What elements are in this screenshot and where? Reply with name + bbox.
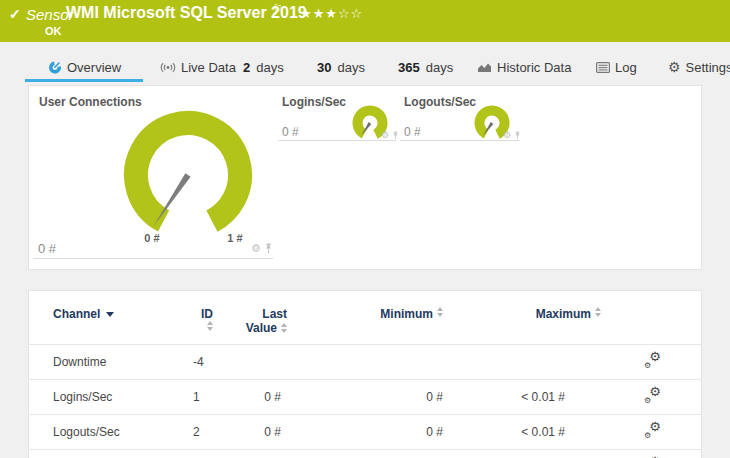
tab-settings[interactable]: ⚙ Settings — [668, 56, 730, 78]
channel-settings-icon[interactable]: ⚙⚙ — [644, 388, 661, 403]
tab-bar: Overview Live Data 2 days 30 days 365 — [0, 42, 730, 85]
gauges-panel: User Connections 0 # 1 # 0 # ⚙ Logins/Se… — [28, 85, 702, 270]
tab-number: 2 — [243, 60, 250, 75]
column-label: Channel — [53, 307, 100, 321]
last-value-cell — [243, 345, 311, 380]
tab-live-data[interactable]: Live Data — [160, 56, 236, 78]
cell-divider — [400, 140, 520, 141]
column-label: Minimum — [380, 307, 433, 321]
channel-table: Channel ID Last Value Minimum — [29, 291, 701, 458]
minimum-cell: 0 # — [311, 380, 443, 415]
channel-id-cell: 2 — [193, 415, 243, 450]
logins-gauge-value: 0 # — [282, 125, 299, 139]
tab-label: Log — [615, 60, 637, 75]
channel-settings-icon[interactable]: ⚙⚙ — [644, 353, 661, 368]
gear-icon: ⚙ — [668, 59, 681, 75]
tab-label: days — [426, 60, 453, 75]
gear-icon[interactable]: ⚙ — [381, 131, 389, 140]
column-header-minimum[interactable]: Minimum — [311, 291, 443, 345]
channel-settings-icon[interactable]: ⚙⚙ — [644, 423, 661, 438]
column-label: ID — [201, 307, 213, 321]
tab-number: 30 — [317, 60, 331, 75]
channel-id-cell: 1 — [193, 380, 243, 415]
column-label: Value — [246, 321, 277, 335]
sort-icon — [595, 307, 601, 317]
log-icon — [596, 62, 610, 73]
tab-overview[interactable]: Overview — [48, 56, 121, 78]
column-header-id[interactable]: ID — [193, 291, 243, 345]
maximum-cell: 0 # — [443, 450, 601, 458]
area-chart-icon — [477, 61, 492, 73]
tab-log[interactable]: Log — [596, 56, 637, 78]
table-row: Logouts/Sec 2 0 # 0 # < 0.01 # ⚙⚙ — [29, 415, 701, 450]
channel-table-panel: Channel ID Last Value Minimum — [28, 290, 702, 458]
active-tab-indicator — [25, 79, 143, 82]
tab-label: Overview — [67, 60, 121, 75]
tab-label: days — [337, 60, 364, 75]
prtg-sensor-page: ✓ Sensor WMI Microsoft SQL Server 2019 ⚐… — [0, 0, 730, 458]
primary-gauge-tools: ⚙ — [251, 243, 273, 254]
last-value-cell: 0 # — [243, 415, 311, 450]
status-ok-check-icon: ✓ — [9, 6, 21, 22]
table-row: User Connections 0 0 # 0 # 0 # ⚙⚙ — [29, 450, 701, 458]
primary-gauge — [118, 105, 258, 245]
priority-stars[interactable]: ★★★☆☆ — [300, 6, 363, 21]
column-label: Maximum — [536, 307, 591, 321]
column-header-maximum[interactable]: Maximum — [443, 291, 601, 345]
logouts-gauge-title: Logouts/Sec — [404, 95, 476, 109]
sort-icon — [207, 321, 213, 331]
logouts-gauge-tools: ⚙ — [503, 131, 521, 140]
tab-30-days[interactable]: 30 days — [317, 56, 365, 78]
last-value-cell: 0 # — [243, 450, 311, 458]
column-header-channel[interactable]: Channel — [29, 291, 193, 345]
channel-name-cell[interactable]: Logins/Sec — [29, 380, 193, 415]
sort-icon — [437, 307, 443, 317]
cell-divider — [278, 140, 396, 141]
channel-name-cell[interactable]: Downtime — [29, 345, 193, 380]
minimum-cell: 0 # — [311, 450, 443, 458]
minimum-cell: 0 # — [311, 415, 443, 450]
table-row: Downtime -4 ⚙⚙ — [29, 345, 701, 380]
logouts-gauge-value: 0 # — [404, 125, 421, 139]
status-badge: OK — [45, 25, 62, 37]
primary-gauge-value: 0 # — [38, 241, 56, 256]
logins-gauge-title: Logins/Sec — [282, 95, 346, 109]
channel-name-cell[interactable]: User Connections — [29, 450, 193, 458]
tab-label: days — [256, 60, 283, 75]
pin-icon[interactable] — [392, 131, 399, 140]
tab-historic-data[interactable]: Historic Data — [477, 56, 571, 78]
gauge-icon — [48, 60, 62, 74]
column-label: Last — [262, 307, 287, 321]
channel-name-cell[interactable]: Logouts/Sec — [29, 415, 193, 450]
tab-label: Settings — [686, 60, 730, 75]
sort-icon — [281, 323, 287, 333]
table-row: Logins/Sec 1 0 # 0 # < 0.01 # ⚙⚙ — [29, 380, 701, 415]
gear-icon[interactable]: ⚙ — [503, 131, 511, 140]
maximum-cell: < 0.01 # — [443, 380, 601, 415]
tab-label: Live Data — [181, 60, 236, 75]
tab-365-days[interactable]: 365 days — [398, 56, 453, 78]
gauge-scale-min: 0 # — [122, 232, 182, 244]
gear-icon[interactable]: ⚙ — [251, 243, 261, 254]
minimum-cell — [311, 345, 443, 380]
channel-id-cell: 0 — [193, 450, 243, 458]
last-value-cell: 0 # — [243, 380, 311, 415]
page-title: WMI Microsoft SQL Server 2019 — [66, 4, 307, 22]
cell-divider — [33, 258, 273, 259]
tab-label: Historic Data — [497, 60, 571, 75]
table-header-row: Channel ID Last Value Minimum — [29, 291, 701, 345]
channel-id-cell: -4 — [193, 345, 243, 380]
tab-2-days[interactable]: 2 days — [243, 56, 284, 78]
pin-icon[interactable] — [264, 243, 273, 254]
column-header-last-value[interactable]: Last Value — [243, 291, 311, 345]
flag-icon[interactable]: ⚐ — [273, 2, 283, 15]
pin-icon[interactable] — [514, 131, 521, 140]
column-header-edit — [601, 291, 701, 345]
sensor-header: ✓ Sensor WMI Microsoft SQL Server 2019 ⚐… — [0, 0, 730, 42]
maximum-cell: < 0.01 # — [443, 415, 601, 450]
broadcast-icon — [160, 61, 176, 74]
sort-desc-caret-icon — [106, 312, 114, 317]
maximum-cell — [443, 345, 601, 380]
logins-gauge-tools: ⚙ — [381, 131, 399, 140]
tab-number: 365 — [398, 60, 420, 75]
